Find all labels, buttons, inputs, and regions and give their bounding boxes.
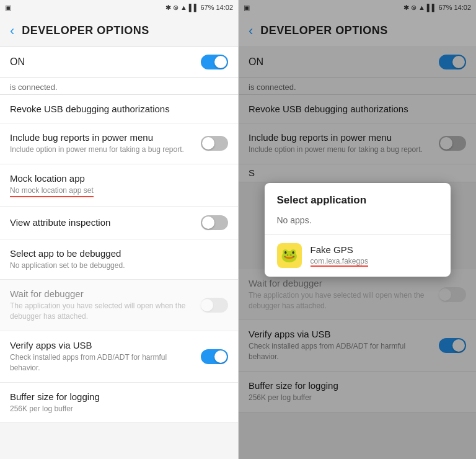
select-application-dialog: Select application No apps. 🐸 Fake GPS c… <box>265 183 451 277</box>
left-setting-select-debug[interactable]: Select app to be debugged No application… <box>0 239 238 280</box>
left-buffer-size-subtitle: 256K per log buffer <box>10 404 223 414</box>
left-on-toggle[interactable] <box>201 55 228 69</box>
left-bug-reports-subtitle: Include option in power menu for taking … <box>10 145 196 155</box>
left-revoke-usb-text: Revoke USB debugging authorizations <box>10 104 228 114</box>
left-wait-debugger-toggle <box>201 298 228 313</box>
left-setting-view-attribute[interactable]: View attribute inspection <box>0 207 238 239</box>
left-on-row: ON <box>0 47 238 78</box>
dialog-title: Select application <box>265 183 451 213</box>
left-signal-icon: ▌▌ <box>189 4 199 11</box>
left-panel: ▣ ✱ ⊗ ▲ ▌▌ 67% 14:02 ‹ DEVELOPER OPTIONS… <box>0 0 238 459</box>
left-setting-wait-debugger: Wait for debugger The application you ha… <box>0 280 238 331</box>
left-page-title: DEVELOPER OPTIONS <box>22 24 149 37</box>
left-wait-debugger-subtitle: The application you have selected will o… <box>10 301 196 322</box>
left-mock-location-subtitle: No mock location app set <box>10 185 94 197</box>
left-setting-buffer-size[interactable]: Buffer size for logging 256K per log buf… <box>0 383 238 424</box>
left-verify-usb-subtitle: Check installed apps from ADB/ADT for ha… <box>10 352 196 373</box>
app-package: com.lexa.fakegps <box>311 257 368 267</box>
left-status-right: ✱ ⊗ ▲ ▌▌ 67% 14:02 <box>165 4 233 12</box>
left-select-debug-subtitle: No application set to be debugged. <box>10 261 223 271</box>
left-verify-usb-text: Verify apps via USB Check installed apps… <box>10 340 201 373</box>
left-select-debug-title: Select app to be debugged <box>10 248 223 259</box>
left-view-attribute-text: View attribute inspection <box>10 217 201 228</box>
left-setting-verify-usb[interactable]: Verify apps via USB Check installed apps… <box>0 331 238 383</box>
left-setting-revoke-usb[interactable]: Revoke USB debugging authorizations <box>0 95 238 123</box>
left-status-left: ▣ <box>5 4 11 12</box>
left-status-icon: ▣ <box>5 4 11 12</box>
app-icon-emoji: 🐸 <box>281 247 298 264</box>
dialog-app-row[interactable]: 🐸 Fake GPS com.lexa.fakegps <box>265 234 451 277</box>
left-back-button[interactable]: ‹ <box>10 23 14 39</box>
left-wait-debugger-text: Wait for debugger The application you ha… <box>10 288 201 322</box>
left-verify-usb-toggle[interactable] <box>201 349 228 364</box>
left-bug-reports-text: Include bug reports in power menu Includ… <box>10 132 201 155</box>
left-wifi-icon: ▲ <box>180 4 187 11</box>
left-bluetooth-icon: ✱ <box>165 4 171 12</box>
left-time-text: 14:02 <box>216 4 233 11</box>
left-setting-bug-reports[interactable]: Include bug reports in power menu Includ… <box>0 123 238 164</box>
left-network-icon: ⊗ <box>173 4 178 12</box>
left-mock-location-title: Mock location app <box>10 173 223 184</box>
app-icon: 🐸 <box>277 243 302 268</box>
left-view-attribute-title: View attribute inspection <box>10 217 196 228</box>
dialog-overlay[interactable]: Select application No apps. 🐸 Fake GPS c… <box>239 0 476 459</box>
left-verify-usb-title: Verify apps via USB <box>10 340 196 350</box>
left-status-bar: ▣ ✱ ⊗ ▲ ▌▌ 67% 14:02 <box>0 0 238 15</box>
left-content: ON is connected. Revoke USB debugging au… <box>0 47 238 459</box>
left-battery-text: 67% <box>200 4 214 11</box>
left-wait-debugger-title: Wait for debugger <box>10 288 196 299</box>
left-header: ‹ DEVELOPER OPTIONS <box>0 15 238 47</box>
left-bug-reports-title: Include bug reports in power menu <box>10 132 196 143</box>
app-info: Fake GPS com.lexa.fakegps <box>311 244 438 267</box>
left-mock-location-text: Mock location app No mock location app s… <box>10 173 228 197</box>
left-setting-mock-location[interactable]: Mock location app No mock location app s… <box>0 164 238 207</box>
app-name: Fake GPS <box>311 244 438 255</box>
right-panel: ▣ ✱ ⊗ ▲ ▌▌ 67% 14:02 ‹ DEVELOPER OPTIONS… <box>238 0 476 459</box>
left-on-label: ON <box>10 56 25 68</box>
left-buffer-size-title: Buffer size for logging <box>10 391 223 402</box>
left-revoke-usb-title: Revoke USB debugging authorizations <box>10 104 223 114</box>
left-buffer-size-text: Buffer size for logging 256K per log buf… <box>10 391 228 414</box>
dialog-no-apps-text: No apps. <box>265 213 451 234</box>
left-select-debug-text: Select app to be debugged No application… <box>10 248 228 271</box>
left-bug-reports-toggle[interactable] <box>201 136 228 151</box>
left-view-attribute-toggle[interactable] <box>201 215 228 230</box>
left-connected-text: is connected. <box>0 78 238 94</box>
